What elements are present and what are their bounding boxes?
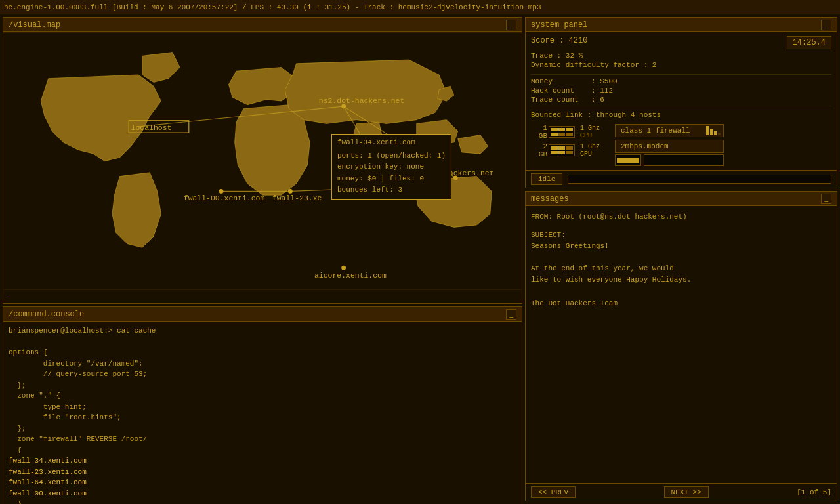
bar-4 bbox=[718, 133, 721, 135]
message-subject-label: SUBJECT: bbox=[531, 230, 831, 242]
tooltip-title: fwall-34.xenti.com bbox=[337, 137, 446, 149]
bar-1 bbox=[706, 126, 709, 135]
system-status-bar: idle bbox=[526, 170, 837, 188]
time-display: 14:25.4 bbox=[787, 36, 831, 49]
console-line-fwall23[interactable]: fwall-23.xenti.com bbox=[9, 467, 516, 478]
map-content: localhost ns2.dot-hackers.net ns.dot-hac… bbox=[3, 32, 522, 290]
title-text: he.engine-1.00.0083.full [Build : May 6 … bbox=[4, 3, 541, 11]
console-line-3: directory "/var/named"; bbox=[9, 358, 516, 369]
hack-count-row: Hack count : 112 bbox=[531, 87, 831, 94]
system-panel: system panel _ Score : 4210 14:25.4 Trac… bbox=[525, 17, 837, 188]
modem-display-left bbox=[615, 154, 641, 166]
messages-titlebar: messages _ bbox=[526, 192, 837, 206]
console-line-fwall00[interactable]: fwall-00.xenti.com bbox=[9, 488, 516, 499]
modem-section: 2mbps.modem bbox=[615, 140, 724, 166]
map-status-text: - bbox=[7, 293, 12, 301]
svg-point-12 bbox=[341, 266, 346, 270]
trace-row: Trace : 32 % bbox=[531, 52, 831, 60]
visual-map-panel: /visual.map _ bbox=[3, 17, 522, 304]
fwall23-label: fwall-23.xe bbox=[272, 194, 322, 202]
money-value: : $500 bbox=[591, 77, 618, 85]
console-line-10: zone "firewall" REVERSE /root/ bbox=[9, 434, 516, 445]
bar-3 bbox=[714, 131, 717, 135]
map-tooltip: fwall-34.xenti.com ports: 1 (open/hacked… bbox=[331, 134, 452, 200]
score-time-row: Score : 4210 14:25.4 bbox=[531, 36, 831, 49]
console-line-blank1 bbox=[9, 337, 516, 348]
messages-content: FROM: Root (root@ns.dot-hackers.net) SUB… bbox=[526, 206, 837, 483]
cpu1-label: 1 GhzCPU bbox=[580, 125, 610, 139]
left-column: /visual.map _ bbox=[0, 14, 525, 504]
hack-count-value: : 112 bbox=[591, 87, 613, 94]
localhost-label: localhost bbox=[131, 123, 172, 132]
console-content[interactable]: brianspencer@localhost:> cat cache optio… bbox=[3, 322, 522, 504]
console-line-2: options { bbox=[9, 347, 516, 358]
trace-count-row: Trace count : 6 bbox=[531, 96, 831, 104]
console-line-9: }; bbox=[9, 423, 516, 434]
ram1-bar bbox=[549, 126, 575, 138]
hack-count-label: Hack count bbox=[531, 87, 583, 94]
firewall-card: class 1 firewall bbox=[615, 124, 724, 137]
command-console-panel: /command.console _ brianspencer@localhos… bbox=[3, 306, 522, 504]
system-panel-content: Score : 4210 14:25.4 Trace : 32 % Dynami… bbox=[526, 32, 837, 170]
hw-unit-2: 2GB bbox=[531, 142, 610, 158]
bounced-label: Bounced link : through 4 hosts bbox=[531, 111, 661, 119]
console-line-fwall64[interactable]: fwall-64.xenti.com bbox=[9, 477, 516, 488]
fwall00-label: fwall-00.xenti.com bbox=[184, 194, 265, 202]
progress-bar bbox=[568, 175, 831, 184]
tooltip-money: money: $0 | files: 0 bbox=[337, 173, 446, 185]
system-panel-minimize-button[interactable]: _ bbox=[821, 20, 831, 30]
messages-minimize-button[interactable]: _ bbox=[821, 194, 831, 204]
cpu2-label: 1 GhzCPU bbox=[580, 143, 610, 158]
tooltip-bounces: bounces left: 3 bbox=[337, 184, 446, 196]
messages-title: messages bbox=[531, 194, 569, 203]
messages-navigation: << PREV NEXT >> [1 of 5] bbox=[526, 483, 837, 501]
bar-2 bbox=[710, 129, 713, 135]
messages-panel: messages _ FROM: Root (root@ns.dot-hacke… bbox=[525, 191, 837, 501]
hardware-right: class 1 firewall 2mbps.modem bbox=[615, 124, 724, 166]
console-line-11: { bbox=[9, 445, 516, 456]
console-line-6: zone "." { bbox=[9, 390, 516, 402]
visual-map-minimize-button[interactable]: _ bbox=[506, 20, 516, 30]
hardware-section: 1GB bbox=[531, 124, 831, 166]
console-line-5: }; bbox=[9, 380, 516, 391]
console-line-7: type hint; bbox=[9, 402, 516, 413]
modem-display-row bbox=[615, 154, 724, 166]
hardware-left: 1GB bbox=[531, 124, 610, 158]
score-label: Score : 4210 bbox=[531, 36, 587, 49]
trace-count-label: Trace count bbox=[531, 96, 583, 104]
ram2-label: 2GB bbox=[531, 142, 547, 158]
modem-card: 2mbps.modem bbox=[615, 140, 724, 153]
firewall-label: class 1 firewall bbox=[621, 127, 690, 135]
aicore-label: aicore.xenti.com bbox=[314, 271, 387, 280]
console-line-8: file "root.hints"; bbox=[9, 412, 516, 423]
console-minimize-button[interactable]: _ bbox=[506, 309, 516, 320]
main-layout: /visual.map _ bbox=[0, 14, 840, 504]
message-subject: Seasons Greetings! bbox=[531, 241, 831, 253]
difficulty-label: Dynamic difficulty factor : 2 bbox=[531, 61, 656, 69]
hw-unit-1: 1GB bbox=[531, 124, 610, 140]
map-status-bar: - bbox=[3, 290, 522, 303]
trace-label: Trace : 32 % bbox=[531, 52, 610, 60]
visual-map-titlebar: /visual.map _ bbox=[3, 18, 522, 32]
console-line-12: } bbox=[9, 499, 516, 504]
next-message-button[interactable]: NEXT >> bbox=[664, 486, 709, 498]
right-column: system panel _ Score : 4210 14:25.4 Trac… bbox=[525, 14, 840, 504]
visual-map-title: /visual.map bbox=[9, 20, 60, 30]
money-row: Money : $500 bbox=[531, 77, 831, 85]
firewall-bars bbox=[706, 126, 721, 135]
idle-status: idle bbox=[531, 173, 562, 185]
prev-message-button[interactable]: << PREV bbox=[531, 486, 576, 498]
console-title: /command.console bbox=[9, 310, 84, 319]
console-line-fwall34[interactable]: fwall-34.xenti.com bbox=[9, 455, 516, 467]
ns2-label: ns2.dot-hackers.net bbox=[319, 96, 404, 105]
svg-point-9 bbox=[219, 189, 224, 194]
modem-display-right bbox=[644, 154, 724, 166]
svg-point-10 bbox=[288, 189, 293, 194]
console-line-1: brianspencer@localhost:> cat cache bbox=[9, 326, 516, 337]
ram1-label: 1GB bbox=[531, 124, 547, 140]
modem-label: 2mbps.modem bbox=[621, 142, 669, 150]
message-counter: [1 of 5] bbox=[797, 488, 831, 496]
bounced-row: Bounced link : through 4 hosts bbox=[531, 111, 831, 119]
system-panel-titlebar: system panel _ bbox=[526, 18, 837, 32]
difficulty-row: Dynamic difficulty factor : 2 bbox=[531, 61, 831, 69]
